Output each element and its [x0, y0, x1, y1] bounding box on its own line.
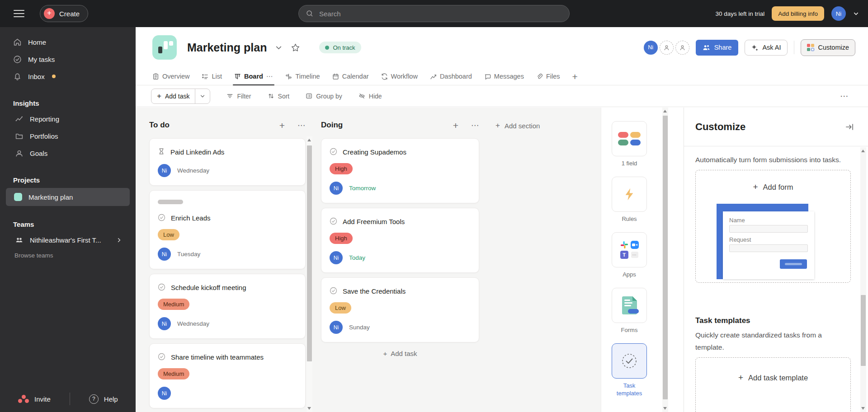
tab-overview[interactable]: Overview — [152, 68, 189, 85]
column-add-task-button[interactable]: + Add task — [321, 350, 479, 357]
scroll-down-arrow[interactable] — [861, 407, 865, 410]
column-title[interactable]: To do — [149, 121, 170, 130]
sidebar-item-reporting[interactable]: Reporting — [0, 110, 136, 127]
assignee-avatar[interactable]: Ni — [330, 251, 343, 264]
sidebar-item-team[interactable]: Nithileashwar's First T... — [0, 231, 136, 248]
filter-button[interactable]: Filter — [226, 93, 251, 100]
star-icon[interactable] — [291, 43, 300, 52]
scroll-up-arrow[interactable] — [861, 150, 865, 152]
fields-tile[interactable] — [612, 121, 647, 156]
priority-badge[interactable]: High — [330, 163, 353, 174]
priority-badge[interactable]: Low — [330, 302, 351, 314]
chevron-right-icon[interactable] — [116, 237, 122, 243]
scrollbar-thumb[interactable] — [663, 116, 668, 399]
tab-list[interactable]: List — [202, 68, 222, 85]
share-button[interactable]: Share — [696, 40, 739, 56]
teams-section-header[interactable]: Teams — [0, 217, 136, 231]
tab-messages[interactable]: Messages — [484, 68, 524, 85]
add-task-template-button[interactable]: + Add task template — [696, 373, 850, 383]
sidebar-item-home[interactable]: Home — [0, 33, 136, 51]
tab-calendar[interactable]: Calendar — [332, 68, 369, 85]
panel-scrollbar[interactable] — [860, 147, 866, 412]
assignee-avatar[interactable]: Ni — [158, 317, 171, 330]
forms-tile[interactable] — [612, 288, 647, 323]
task-card[interactable]: Save the Credentials Low Ni Sunday — [321, 277, 479, 342]
global-search[interactable] — [298, 5, 570, 22]
task-card[interactable]: Enrich Leads Low Ni Tuesday — [149, 190, 306, 269]
sidebar-item-portfolios[interactable]: Portfolios — [0, 127, 136, 145]
check-circle-icon[interactable] — [158, 353, 165, 360]
column-more-icon[interactable]: ⋯ — [297, 122, 306, 129]
rules-tile[interactable] — [612, 177, 647, 212]
scroll-down-arrow[interactable] — [663, 407, 667, 410]
tab-workflow[interactable]: Workflow — [381, 68, 418, 85]
customize-button[interactable]: Customize — [801, 39, 856, 56]
task-card[interactable]: Schedule kickoff meeting Medium Ni Wedne… — [149, 274, 306, 339]
assignee-avatar[interactable]: Ni — [330, 321, 343, 334]
add-task-dropdown[interactable] — [195, 89, 210, 103]
member-avatar[interactable]: Ni — [644, 41, 658, 55]
add-task-button[interactable]: + Add task — [151, 89, 210, 104]
hamburger-menu-icon[interactable] — [14, 10, 24, 17]
column-title[interactable]: Doing — [321, 121, 343, 130]
scroll-down-arrow[interactable] — [307, 407, 311, 410]
tab-board[interactable]: Board ⋯ — [234, 68, 273, 85]
scroll-up-arrow[interactable] — [663, 110, 667, 112]
task-card[interactable]: Add Freemium Tools High Ni Today — [321, 208, 479, 273]
add-form-dropzone[interactable]: + Add form Name Request — [695, 170, 851, 283]
sidebar-item-goals[interactable]: Goals — [0, 145, 136, 162]
column-add-task-icon[interactable]: + — [279, 121, 285, 130]
add-template-dropzone[interactable]: + Add task template — [695, 357, 851, 412]
scrollbar-thumb[interactable] — [307, 145, 312, 361]
scroll-up-arrow[interactable] — [307, 139, 311, 141]
group-by-button[interactable]: Group by — [306, 93, 342, 100]
priority-badge[interactable]: Medium — [158, 299, 189, 310]
scrollbar-thumb[interactable] — [861, 295, 866, 366]
project-icon[interactable] — [152, 35, 177, 60]
check-circle-icon[interactable] — [330, 287, 337, 295]
column-more-icon[interactable]: ⋯ — [471, 122, 479, 129]
sidebar-item-inbox[interactable]: Inbox — [0, 68, 136, 85]
chevron-down-icon[interactable] — [853, 11, 859, 17]
apps-tile[interactable]: T ⋯ — [612, 232, 647, 267]
tab-dashboard[interactable]: Dashboard — [430, 68, 472, 85]
add-tab-icon[interactable]: + — [572, 72, 578, 81]
invite-button[interactable]: Invite — [18, 395, 51, 403]
todo-column-scrollbar[interactable] — [307, 136, 312, 412]
task-card[interactable]: Creating Supademos High Ni Tomorrow — [321, 138, 479, 203]
help-button[interactable]: ? Help — [89, 394, 118, 404]
rail-scrollbar[interactable] — [662, 108, 668, 412]
check-circle-icon[interactable] — [158, 283, 165, 291]
empty-seat-avatar[interactable] — [675, 41, 689, 55]
add-billing-button[interactable]: Add billing info — [772, 6, 824, 21]
priority-badge[interactable]: High — [330, 233, 353, 244]
priority-badge[interactable]: Low — [158, 229, 179, 240]
insights-section-header[interactable]: Insights — [0, 96, 136, 110]
search-input[interactable] — [318, 9, 562, 18]
task-card[interactable]: Paid Linkedin Ads Ni Wednesday — [149, 138, 306, 186]
assignee-avatar[interactable]: Ni — [330, 182, 343, 195]
assignee-avatar[interactable]: Ni — [158, 248, 171, 261]
sidebar-item-marketing-plan[interactable]: Marketing plan — [6, 188, 130, 206]
assignee-avatar[interactable]: Ni — [158, 387, 171, 400]
tab-files[interactable]: Files — [536, 68, 560, 85]
priority-badge[interactable]: Medium — [158, 368, 189, 379]
hide-button[interactable]: Hide — [359, 93, 382, 100]
toolbar-more-icon[interactable]: ⋯ — [840, 91, 849, 101]
add-form-button[interactable]: + Add form — [696, 182, 850, 192]
column-add-task-icon[interactable]: + — [453, 121, 458, 130]
hourglass-icon[interactable] — [158, 148, 165, 155]
sort-button[interactable]: Sort — [268, 93, 290, 100]
task-card[interactable]: Share timeline with teammates Medium Ni — [149, 343, 306, 408]
browse-teams-link[interactable]: Browse teams — [0, 252, 136, 259]
user-avatar[interactable]: Ni — [831, 6, 846, 21]
status-badge[interactable]: On track — [319, 42, 361, 53]
sidebar-item-my-tasks[interactable]: My tasks — [0, 51, 136, 68]
board-tab-more-icon[interactable]: ⋯ — [266, 73, 274, 80]
title-chevron-down-icon[interactable] — [275, 44, 283, 52]
check-circle-icon[interactable] — [330, 217, 337, 225]
tab-timeline[interactable]: Timeline — [285, 68, 320, 85]
create-button[interactable]: + Create — [40, 5, 88, 22]
check-circle-icon[interactable] — [158, 214, 165, 221]
task-templates-tile[interactable] — [612, 343, 647, 379]
